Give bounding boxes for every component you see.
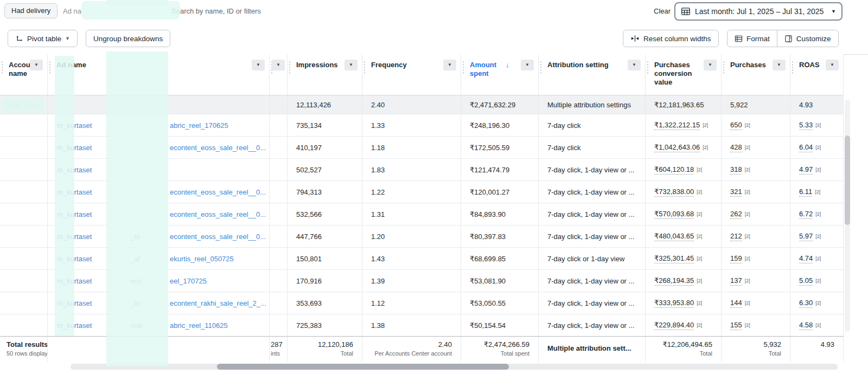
had-delivery-filter-chip[interactable]: Had delivery <box>4 3 58 18</box>
metric-value[interactable]: 6.30 <box>799 299 813 308</box>
footnote-badge: [2] <box>815 300 821 306</box>
metric-value[interactable]: 144 <box>730 299 742 308</box>
table-row[interactable]: m_kurtaset _af ekurtis_reel_050725 150,8… <box>0 248 844 270</box>
vertical-scrollbar[interactable] <box>845 100 850 332</box>
table-row[interactable]: m_kurtaset 502,527 1.83 ₹121,474.79 7-da… <box>0 159 844 181</box>
metric-value[interactable]: 5.33 <box>799 121 813 130</box>
metric-value[interactable]: 155 <box>730 321 742 330</box>
column-header-purchases-conversion-value[interactable]: Purchases conversion value ▼ <box>646 54 722 95</box>
table-row[interactable]: m_kurtaset _br econtent_eoss_sale_reel__… <box>0 225 844 248</box>
ad-name-link[interactable]: abric_reel_110625 <box>170 321 228 330</box>
ad-name-link[interactable]: m_kurtaset <box>57 255 92 263</box>
column-header-roas[interactable]: ROAS ▼ <box>790 54 844 95</box>
metric-value[interactable]: 4.58 <box>799 321 813 330</box>
metric-value[interactable]: ₹229,894.40 <box>654 321 694 330</box>
column-header-frequency[interactable]: Frequency ▼ <box>362 54 461 95</box>
horizontal-scrollbar[interactable] <box>71 364 838 370</box>
format-button[interactable]: Format <box>727 30 777 47</box>
ad-name-link[interactable]: econtent_rakhi_sale_reel_2_... <box>170 299 266 307</box>
pivot-table-dropdown[interactable]: Pivot table ▼ <box>8 30 78 47</box>
metric-value[interactable]: ₹480,043.65 <box>654 232 694 241</box>
ad-name-link[interactable]: econtent_eoss_sale_reel__0... <box>170 144 266 152</box>
column-menu-chevron-icon[interactable]: ▼ <box>30 60 43 70</box>
purchases-cell: 5,922 <box>722 95 790 114</box>
ad-name-link[interactable]: abric_reel_170625 <box>170 121 228 130</box>
ad-name-link[interactable]: m_kurtaset <box>57 144 92 152</box>
metric-value[interactable]: 5.05 <box>799 276 813 286</box>
column-header-impressions[interactable]: Impressions ▼ <box>288 54 362 95</box>
ad-name-link[interactable]: ekurtis_reel_050725 <box>170 255 234 263</box>
table-row[interactable]: m_kurtaset abric_reel_170625 735,134 1.3… <box>0 114 844 137</box>
ad-name-link[interactable]: econtent_eoss_sale_reel__0... <box>170 233 266 241</box>
metric-value[interactable]: 4.74 <box>799 254 813 263</box>
metric-value[interactable]: 318 <box>730 165 742 175</box>
roas-header-label: ROAS <box>799 61 820 69</box>
ad-name-cell: m_kurtaset econtent_eoss_sale_reel__0... <box>48 203 270 225</box>
ad-name-link[interactable]: m_kurtaset <box>57 166 92 174</box>
metric-value[interactable]: 6.72 <box>799 210 813 219</box>
column-menu-chevron-icon[interactable]: ▼ <box>521 60 534 70</box>
metric-value[interactable]: 6.04 <box>799 143 813 152</box>
metric-value[interactable]: 321 <box>730 188 742 197</box>
metric-value[interactable]: 262 <box>730 210 742 219</box>
account-summary-row[interactable]: Style Jaipur 12,113,426 2.40 ₹2,471,632.… <box>0 95 844 114</box>
ad-name-link[interactable]: econtent_eoss_sale_reel__0... <box>170 188 266 196</box>
metric-value[interactable]: 4.97 <box>799 165 813 175</box>
column-menu-chevron-icon[interactable]: ▼ <box>826 60 839 70</box>
metric-value[interactable]: ₹268,194.35 <box>654 276 694 286</box>
ad-name-link[interactable]: econtent_eoss_sale_reel__0... <box>170 210 266 218</box>
table-row[interactable]: m_kurtaset _br econtent_rakhi_sale_reel_… <box>0 292 844 314</box>
ad-name-link[interactable]: m_kurtaset <box>57 233 92 241</box>
horizontal-scrollbar-thumb[interactable] <box>217 364 509 370</box>
column-header-clipped[interactable]: ▼ <box>270 54 288 95</box>
column-menu-chevron-icon[interactable]: ▼ <box>628 60 641 70</box>
purchases-total-value: 5,932 <box>730 340 781 349</box>
clear-filters-button[interactable]: Clear <box>654 7 671 15</box>
metric-value[interactable]: ₹1,042,643.06 <box>654 143 700 152</box>
reset-column-widths-button[interactable]: Reset column widths <box>623 30 719 47</box>
customize-button[interactable]: Customize <box>777 30 838 47</box>
ad-name-link[interactable]: m_kurtaset <box>57 188 92 196</box>
column-header-amount-spent[interactable]: Amount spent ↓ ▼ <box>461 54 539 95</box>
metric-value[interactable]: ₹333,953.80 <box>654 299 694 308</box>
footnote-badge: [2] <box>697 234 702 239</box>
column-menu-chevron-icon[interactable]: ▼ <box>704 60 717 70</box>
metric-value[interactable]: 428 <box>730 143 742 152</box>
column-menu-chevron-icon[interactable]: ▼ <box>443 60 456 70</box>
metric-value[interactable]: ₹325,301.45 <box>654 254 694 263</box>
metric-value[interactable]: ₹570,093.68 <box>654 210 694 219</box>
ad-name-link[interactable]: m_kurtaset <box>57 277 92 285</box>
column-menu-chevron-icon[interactable]: ▼ <box>252 60 265 70</box>
date-range-selector[interactable]: Last month: Jul 1, 2025 – Jul 31, 2025 ▼ <box>674 2 843 21</box>
column-menu-chevron-icon[interactable]: ▼ <box>344 60 358 70</box>
table-row[interactable]: m_kurtaset econtent_eoss_sale_reel__0...… <box>0 137 844 159</box>
ad-name-link[interactable]: m_kurtaset <box>57 321 92 330</box>
metric-value[interactable]: 159 <box>730 254 742 263</box>
metric-value[interactable]: 212 <box>730 232 742 241</box>
metric-value[interactable]: 650 <box>730 121 742 130</box>
metric-value[interactable]: ₹604,120.18 <box>654 165 694 175</box>
ad-name-link[interactable]: m_kurtaset <box>57 210 92 218</box>
ad-name-link[interactable]: m_kurtaset <box>57 299 92 307</box>
column-header-purchases[interactable]: Purchases ▼ <box>722 54 790 95</box>
column-header-account-name[interactable]: Account name ▼ <box>0 54 48 95</box>
table-row[interactable]: m_kurtaset revi eel_170725 170,916 1.39 … <box>0 270 844 292</box>
metric-value[interactable]: ₹732,838.00 <box>654 188 694 197</box>
table-row[interactable]: m_kurtaset econtent_eoss_sale_reel__0...… <box>0 181 844 203</box>
vertical-scrollbar-thumb[interactable] <box>845 136 850 225</box>
metric-value[interactable]: ₹1,322,212.15 <box>654 121 700 130</box>
footnote-badge: [2] <box>815 256 821 261</box>
column-menu-chevron-icon[interactable]: ▼ <box>773 60 786 70</box>
metric-value[interactable]: 137 <box>730 276 742 286</box>
metric-value[interactable]: 5.97 <box>799 232 813 241</box>
ungroup-breakdowns-button[interactable]: Ungroup breakdowns <box>86 30 170 47</box>
table-row[interactable]: m_kurtaset reat abric_reel_110625 725,38… <box>0 314 844 337</box>
ad-name-link[interactable]: eel_170725 <box>170 277 207 285</box>
ad-name-link[interactable]: m_kurtaset <box>57 121 92 130</box>
table-row[interactable]: m_kurtaset econtent_eoss_sale_reel__0...… <box>0 203 844 225</box>
metric-value[interactable]: 6.11 <box>799 188 812 197</box>
search-input[interactable]: Search by name, ID or filters <box>171 7 261 15</box>
column-menu-chevron-icon[interactable]: ▼ <box>272 60 285 70</box>
column-header-ad-name[interactable]: Ad name ▼ <box>48 54 270 95</box>
column-header-attribution-setting[interactable]: Attribution setting ▼ <box>539 54 646 95</box>
